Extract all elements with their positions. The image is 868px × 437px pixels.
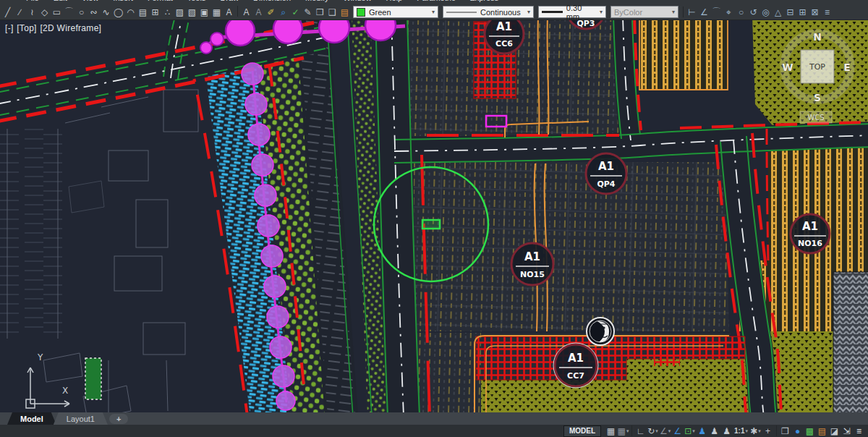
sheet-set-icon[interactable]: ▤ — [339, 6, 351, 19]
compass-east[interactable]: E — [843, 61, 851, 73]
baseline-dim-icon[interactable]: ⊞ — [796, 6, 809, 19]
object-snap-icon[interactable]: ⊡▾ — [684, 425, 696, 437]
single-text-icon[interactable]: A — [252, 6, 265, 19]
compass-north[interactable]: N — [813, 31, 822, 43]
ucs-icon-toggle[interactable]: ∟ — [634, 425, 647, 437]
aligned-dimension-icon[interactable]: ∠ — [698, 6, 710, 19]
edit-text-icon[interactable]: ✎ — [302, 6, 314, 19]
grid-display-icon[interactable]: ▦ — [605, 425, 617, 437]
menu-item-dimension[interactable]: Dimension — [246, 0, 298, 2]
revision-cloud-icon[interactable]: ∾ — [88, 6, 100, 19]
dynamic-ucs-icon[interactable]: ↻▾ — [647, 425, 659, 437]
circle-icon[interactable]: ○ — [75, 6, 88, 19]
gradient-icon[interactable]: ▧ — [186, 6, 198, 19]
viewport-panes-icon[interactable]: ❐ — [779, 425, 791, 437]
drawing-canvas[interactable]: A1 CC6 QP3 A1 QP4 A1 NO15 — [0, 20, 868, 412]
compass-west[interactable]: W — [782, 61, 793, 73]
table-icon[interactable]: ▦ — [210, 6, 223, 19]
wcs-label[interactable]: WCS — [807, 114, 824, 122]
menu-item-file[interactable]: File — [19, 0, 46, 2]
angular-icon[interactable]: △ — [772, 6, 784, 19]
continue-dim-icon[interactable]: ⊠ — [809, 6, 821, 19]
point-icon[interactable]: ∴ — [161, 6, 174, 19]
model-space-button[interactable]: MODEL — [563, 425, 601, 437]
menu-item-express[interactable]: Express — [462, 0, 506, 2]
isometric-drafting-icon[interactable]: ∠▾ — [659, 425, 671, 437]
linear-dimension-icon[interactable]: ⊢ — [686, 6, 698, 19]
annotation-window-icon[interactable]: ❑ — [326, 6, 339, 19]
customization-icon[interactable]: + — [762, 425, 774, 437]
chevron-down-icon[interactable]: ▾ — [432, 9, 435, 15]
drawing-area[interactable]: [-] [Top] [2D Wireframe] — [0, 20, 868, 412]
polyline-icon[interactable]: ≀ — [26, 6, 38, 19]
parcel-label-no16[interactable]: A1 NO16 — [791, 214, 830, 253]
linetype-dropdown[interactable]: Continuous ▾ — [443, 6, 534, 18]
ordinate-icon[interactable]: ⌖ — [723, 6, 735, 19]
radius-icon[interactable]: ○ — [735, 6, 747, 19]
chevron-down-icon[interactable]: ▾ — [600, 9, 603, 15]
selection-cycling-icon[interactable]: ♟ — [696, 425, 708, 437]
menu-item-draw[interactable]: Draw — [213, 0, 246, 2]
dropdown-caret[interactable]: ▾ — [758, 428, 761, 434]
status-menu-icon[interactable]: ≡ — [853, 425, 865, 437]
dropdown-caret[interactable]: ▾ — [626, 428, 629, 434]
compass-south[interactable]: S — [814, 92, 821, 103]
menu-item-format[interactable]: Format — [140, 0, 180, 2]
dropdown-caret[interactable]: ▾ — [745, 428, 748, 434]
viewcube-top-label[interactable]: TOP — [809, 62, 825, 72]
lineweight-dropdown[interactable]: 0.30 mm ▾ — [538, 6, 606, 18]
multiline-text-icon[interactable]: A — [223, 6, 235, 19]
clipboard-icon[interactable]: ▤ — [816, 425, 828, 437]
layer-color-dropdown[interactable]: Green ▾ — [353, 6, 438, 18]
dropdown-caret[interactable]: ▾ — [655, 428, 658, 434]
hatch-icon[interactable]: ▨ — [174, 6, 186, 19]
selected-green-parcel[interactable] — [85, 358, 101, 399]
parcel-label-cc6[interactable]: A1 CC6 — [485, 20, 524, 54]
spell-check-icon[interactable]: ✓ — [289, 6, 302, 19]
make-block-icon[interactable]: ⊞ — [149, 6, 161, 19]
chevron-down-icon[interactable]: ▾ — [527, 9, 530, 15]
zoom-magnifier-icon[interactable]: ⌕ — [277, 6, 289, 19]
monument-face-icon[interactable] — [587, 318, 614, 345]
quick-select-icon[interactable]: ✐ — [265, 6, 277, 19]
new-layout-button[interactable]: + — [109, 414, 128, 424]
arc-icon[interactable]: ⌒ — [63, 6, 75, 19]
menu-item-edit[interactable]: Edit — [46, 0, 75, 2]
dropdown-caret[interactable]: ▾ — [692, 428, 695, 434]
construction-line-icon[interactable]: ∕ — [14, 6, 26, 19]
dropdown-caret[interactable]: ▾ — [668, 428, 671, 434]
fullscreen-icon[interactable]: ⇲ — [841, 425, 853, 437]
arc-length-icon[interactable]: ⌒ — [710, 6, 723, 19]
parcel-label-qp4[interactable]: A1 QP4 — [586, 153, 626, 194]
menu-item-help[interactable]: Help — [379, 0, 410, 2]
annotation-scale-value[interactable]: 1:1▾ — [733, 425, 749, 437]
polar-tracking-icon[interactable]: ∠ — [671, 425, 684, 437]
tab-layout1[interactable]: Layout1 — [54, 412, 108, 425]
menu-item-parametric[interactable]: Parametric — [409, 0, 462, 2]
isolate-objects-icon[interactable]: ▩ — [804, 425, 816, 437]
menu-item-modify[interactable]: Modify — [298, 0, 336, 2]
annotation-visibility-icon[interactable]: ♟ — [708, 425, 720, 437]
viewport-controls[interactable]: [-] [Top] [2D Wireframe] — [5, 23, 102, 33]
menu-item-view[interactable]: View — [75, 0, 106, 2]
parcel-label-no15[interactable]: A1 NO15 — [511, 243, 553, 285]
ellipse-arc-icon[interactable]: ◠ — [124, 6, 137, 19]
diameter-icon[interactable]: ◎ — [760, 6, 772, 19]
jogged-icon[interactable]: ↺ — [747, 6, 760, 19]
text-style-icon[interactable]: A — [240, 6, 252, 19]
insert-block-icon[interactable]: ▤ — [137, 6, 149, 19]
hardware-acceleration-icon[interactable]: ● — [791, 425, 804, 437]
spline-icon[interactable]: ∿ — [100, 6, 112, 19]
workspace-switching-icon[interactable]: ✱▾ — [749, 425, 762, 437]
rectangle-icon[interactable]: ▭ — [51, 6, 63, 19]
menu-item-tools[interactable]: Tools — [180, 0, 213, 2]
region-icon[interactable]: ▣ — [198, 6, 210, 19]
dim-style-icon[interactable]: ≡ — [821, 6, 833, 19]
visual-style-control[interactable]: [2D Wireframe] — [40, 23, 101, 33]
line-icon[interactable]: ╱ — [1, 6, 14, 19]
viewport-menu-control[interactable]: [-] — [5, 23, 14, 33]
quick-dim-icon[interactable]: ⊟ — [784, 6, 796, 19]
autoscale-icon[interactable]: ♟ — [720, 425, 733, 437]
clean-screen-icon[interactable]: ◪ — [828, 425, 841, 437]
scale-list-icon[interactable]: ❒ — [314, 6, 326, 19]
